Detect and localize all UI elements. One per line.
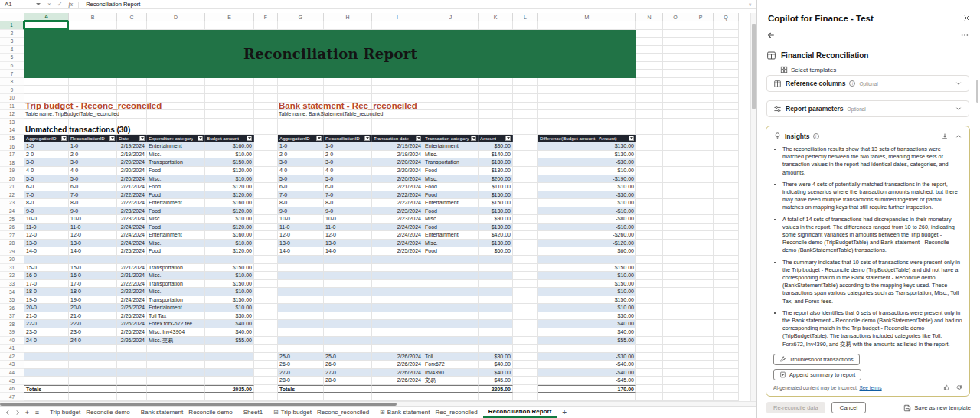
cell[interactable] <box>24 353 69 361</box>
cell[interactable]: $150.00 <box>479 199 513 207</box>
cell[interactable] <box>714 183 739 191</box>
cell[interactable]: $30.00 <box>479 353 513 361</box>
cell[interactable] <box>636 288 663 296</box>
cell[interactable] <box>254 280 278 289</box>
cell[interactable]: 2/26/2024 <box>117 312 147 321</box>
cell[interactable]: 27-0 <box>278 369 324 377</box>
cell[interactable]: $30.00 <box>538 312 636 321</box>
cell[interactable] <box>688 240 714 248</box>
cell[interactable] <box>278 288 324 296</box>
cell[interactable]: 2/25/2024 <box>117 247 147 256</box>
cell[interactable]: Misc. 交易 <box>147 337 205 345</box>
cell[interactable] <box>147 393 205 401</box>
cell[interactable]: Misc. <box>423 175 479 184</box>
cell[interactable] <box>636 361 663 369</box>
collapse-formula-bar-icon[interactable]: ∨ <box>744 2 756 7</box>
cell[interactable] <box>205 126 254 135</box>
cell[interactable]: Misc. <box>147 175 205 184</box>
cell[interactable]: 9-0 <box>24 207 69 216</box>
cell[interactable] <box>714 337 739 345</box>
cell[interactable]: -$80.00 <box>538 215 636 224</box>
cell[interactable] <box>24 78 69 87</box>
cell[interactable] <box>663 369 688 377</box>
cell[interactable] <box>254 94 278 103</box>
cell[interactable] <box>513 151 538 159</box>
cell[interactable] <box>714 175 739 184</box>
cell[interactable]: 2/23/2024 <box>117 207 147 216</box>
cell[interactable] <box>479 345 513 353</box>
cell[interactable]: Entertainment <box>423 142 479 151</box>
cell[interactable]: Entertainment <box>147 199 205 207</box>
cell[interactable]: -$190.00 <box>538 175 636 184</box>
cell[interactable] <box>636 46 663 54</box>
cell[interactable] <box>663 119 688 127</box>
info-icon[interactable]: i <box>849 80 855 87</box>
vertical-scroll-thumb[interactable] <box>752 24 756 109</box>
cell[interactable] <box>278 126 324 135</box>
back-icon[interactable] <box>766 31 776 40</box>
cell[interactable]: $10.00 <box>205 288 254 296</box>
filter-dropdown-icon[interactable] <box>198 136 203 141</box>
cell[interactable]: 2/26/2024 <box>117 320 147 328</box>
cell[interactable] <box>688 183 714 191</box>
row-header-46[interactable]: 46 <box>0 385 24 394</box>
cell[interactable]: Misc. <box>147 272 205 280</box>
cell[interactable]: 2/26/2024 <box>372 377 423 385</box>
cell[interactable] <box>278 304 324 312</box>
cell[interactable] <box>278 21 324 30</box>
cell[interactable] <box>69 393 117 401</box>
cell[interactable]: $150.00 <box>538 264 636 273</box>
cell[interactable]: $130.00 <box>479 224 513 232</box>
filter-dropdown-icon[interactable] <box>139 136 145 141</box>
cell[interactable]: $10.00 <box>538 272 636 280</box>
cell[interactable] <box>636 158 663 167</box>
cell[interactable] <box>513 353 538 361</box>
cell[interactable] <box>324 296 372 305</box>
cell[interactable] <box>663 126 688 135</box>
cell[interactable] <box>714 167 739 175</box>
cell[interactable] <box>714 94 739 103</box>
chevron-right-icon[interactable] <box>13 408 21 417</box>
cell[interactable] <box>205 345 254 353</box>
cell[interactable] <box>636 167 663 175</box>
cell[interactable] <box>688 264 714 273</box>
cell[interactable] <box>278 256 324 264</box>
cell[interactable] <box>663 224 688 232</box>
cell[interactable] <box>254 135 278 143</box>
cell[interactable] <box>423 280 479 289</box>
cell[interactable] <box>714 46 739 54</box>
cell[interactable] <box>513 21 538 30</box>
add-sheet-button[interactable]: + <box>557 408 572 416</box>
cell[interactable]: 7-0 <box>278 191 324 200</box>
cell[interactable]: ReconciliationID <box>324 135 372 143</box>
cell[interactable] <box>254 337 278 345</box>
cell[interactable] <box>636 393 663 401</box>
cell[interactable] <box>69 377 117 385</box>
cell[interactable]: 2/26/2024 <box>372 361 423 369</box>
cell[interactable]: 20-0 <box>24 304 69 312</box>
cell[interactable]: $130.00 <box>538 142 636 151</box>
cell[interactable]: 2/24/2024 <box>117 296 147 305</box>
cell[interactable] <box>254 247 278 256</box>
cell[interactable] <box>636 70 663 78</box>
cell[interactable] <box>513 272 538 280</box>
row-header-16[interactable]: 16 <box>0 142 24 151</box>
cell[interactable]: 20-0 <box>69 304 117 312</box>
cell[interactable] <box>688 377 714 385</box>
cell[interactable]: Food <box>147 191 205 200</box>
cell[interactable] <box>636 191 663 200</box>
cell[interactable] <box>663 135 688 143</box>
cell[interactable] <box>205 393 254 401</box>
cell[interactable]: 15-0 <box>69 264 117 273</box>
row-header-42[interactable]: 42 <box>0 353 24 361</box>
cell[interactable] <box>714 345 739 353</box>
cell[interactable] <box>538 78 636 87</box>
cell[interactable] <box>663 38 688 46</box>
cell[interactable]: 2/22/2024 <box>372 191 423 200</box>
cell[interactable] <box>688 231 714 240</box>
cell[interactable] <box>254 191 278 200</box>
cell[interactable] <box>205 369 254 377</box>
cell[interactable] <box>479 296 513 305</box>
cell[interactable]: Transportation <box>147 264 205 273</box>
cell[interactable]: $130.00 <box>479 167 513 175</box>
